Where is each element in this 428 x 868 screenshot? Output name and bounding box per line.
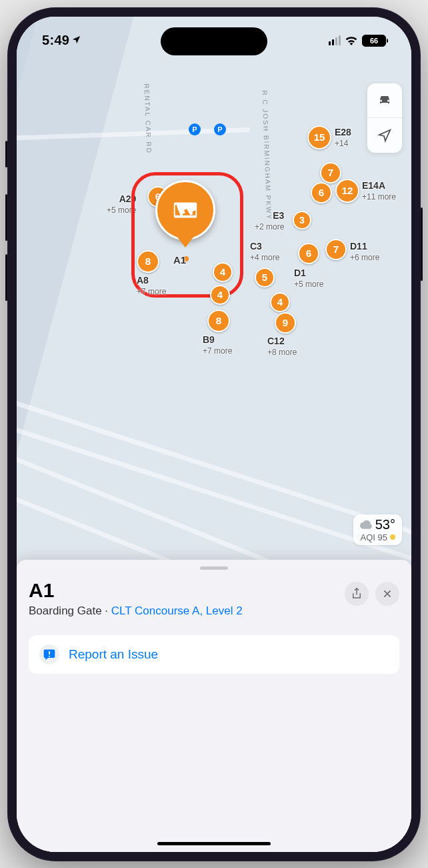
gate-cluster[interactable]: 8 xyxy=(207,310,230,332)
weather-widget[interactable]: 53° AQI 95 xyxy=(353,514,402,545)
status-right: 66 xyxy=(329,35,387,47)
gate-cluster[interactable]: 5 xyxy=(255,268,275,288)
place-subtitle: Boarding Gate · CLT Concourse A, Level 2 xyxy=(29,604,243,618)
place-category: Boarding Gate xyxy=(29,604,102,617)
gate-cluster[interactable]: 3 xyxy=(293,211,311,230)
gate-label: B9+7 more xyxy=(203,334,232,356)
gate-label: C3+4 more xyxy=(250,241,279,263)
aqi-value: AQI 95 xyxy=(361,532,387,542)
gate-label: E3+2 more xyxy=(255,210,284,232)
map-controls xyxy=(367,83,402,153)
report-issue-button[interactable]: Report an Issue xyxy=(29,635,399,674)
locate-me-button[interactable] xyxy=(367,118,402,153)
gate-label: D1+5 more xyxy=(294,268,323,290)
gate-cluster[interactable]: 4 xyxy=(210,285,230,305)
temperature: 53° xyxy=(360,517,395,532)
clock-text: 5:49 xyxy=(42,33,69,48)
sheet-grabber[interactable] xyxy=(200,566,228,570)
place-header: A1 Boarding Gate · CLT Concourse A, Leve… xyxy=(29,579,399,618)
share-button[interactable] xyxy=(345,582,369,606)
aqi: AQI 95 xyxy=(360,532,395,542)
location-arrow-icon xyxy=(71,33,81,48)
status-time: 5:49 xyxy=(42,33,81,48)
gate-cluster[interactable]: 4 xyxy=(213,262,233,282)
gate-cluster[interactable]: 4 xyxy=(270,292,290,312)
cloud-icon xyxy=(360,517,373,532)
gate-cluster[interactable]: 12 xyxy=(335,179,359,203)
gate-label: A8+7 more xyxy=(137,275,166,297)
gate-cluster[interactable]: 6 xyxy=(311,182,332,203)
selected-gate-label: A1 xyxy=(173,254,186,266)
report-bubble-icon xyxy=(39,644,59,665)
gate-label: C12+8 more xyxy=(267,336,297,358)
parking-icon[interactable]: P xyxy=(189,123,201,135)
battery-level: 66 xyxy=(370,37,378,45)
close-button[interactable] xyxy=(375,582,399,606)
gate-cluster[interactable]: 7 xyxy=(320,162,341,183)
screen: 5:49 66 xyxy=(17,17,411,852)
dynamic-island xyxy=(161,27,267,55)
place-card[interactable]: A1 Boarding Gate · CLT Concourse A, Leve… xyxy=(17,560,411,852)
transport-mode-button[interactable] xyxy=(367,83,402,118)
gate-cluster[interactable]: 9 xyxy=(275,312,296,334)
home-indicator[interactable] xyxy=(157,842,271,845)
battery-icon: 66 xyxy=(362,35,386,47)
gate-label: A29+5 more xyxy=(107,193,136,215)
report-issue-label: Report an Issue xyxy=(69,647,158,662)
cellular-signal-icon xyxy=(329,35,341,45)
street-label: RENTAL CAR RD xyxy=(143,83,153,154)
gate-label: E14A+11 more xyxy=(362,180,396,202)
place-title: A1 xyxy=(29,579,243,602)
header-actions xyxy=(345,582,399,606)
aqi-indicator-icon xyxy=(390,534,395,540)
place-location-link[interactable]: CLT Concourse A, Level 2 xyxy=(111,604,243,617)
gate-cluster[interactable]: 15 xyxy=(307,125,331,149)
gate-label: D11+6 more xyxy=(350,241,379,263)
selected-gate-pin[interactable] xyxy=(155,180,215,240)
parking-icon[interactable]: P xyxy=(214,123,226,135)
phone-frame: 5:49 66 xyxy=(7,7,421,861)
gate-label: E28+14 xyxy=(335,127,351,149)
temp-value: 53° xyxy=(375,517,395,532)
wifi-icon xyxy=(345,35,358,45)
gate-cluster[interactable]: 8 xyxy=(137,250,159,273)
street-label: R C JOSH BIRMINGHAM PKWY xyxy=(261,90,273,220)
gate-cluster[interactable]: 7 xyxy=(325,239,347,260)
gate-cluster[interactable]: 6 xyxy=(298,243,319,264)
